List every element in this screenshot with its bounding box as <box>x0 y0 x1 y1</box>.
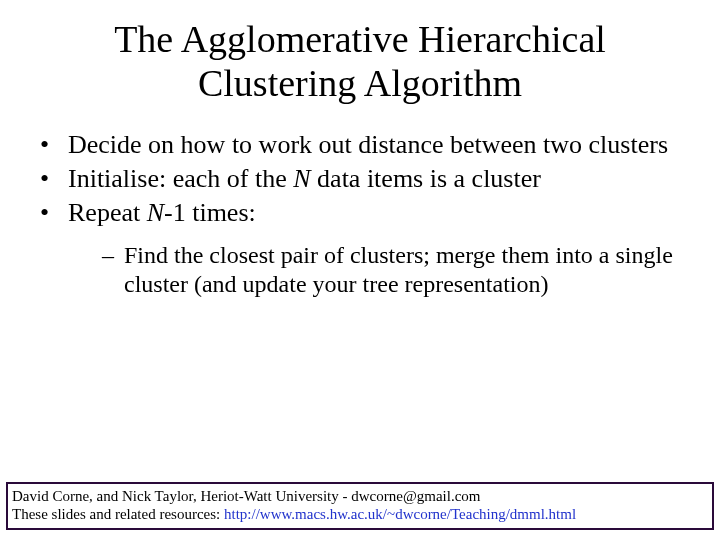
footer-line-2: These slides and related resources: http… <box>12 505 708 524</box>
bullet-item: Initialise: each of the N data items is … <box>40 163 680 195</box>
bullet-list: Decide on how to work out distance betwe… <box>40 129 680 299</box>
bullet-item: Repeat N-1 times: Find the closest pair … <box>40 197 680 299</box>
footer-link[interactable]: http://www.macs.hw.ac.uk/~dwcorne/Teachi… <box>224 506 576 522</box>
bullet-text-pre: Repeat <box>68 198 147 227</box>
bullet-text-italic: N <box>293 164 310 193</box>
bullet-text-post: -1 times: <box>164 198 256 227</box>
slide-body: Decide on how to work out distance betwe… <box>0 105 720 299</box>
sub-bullet-text: Find the closest pair of clusters; merge… <box>124 242 673 297</box>
footer-line-2-pre: These slides and related resources: <box>12 506 224 522</box>
bullet-item: Decide on how to work out distance betwe… <box>40 129 680 161</box>
bullet-text: Decide on how to work out distance betwe… <box>68 130 668 159</box>
sub-bullet-list: Find the closest pair of clusters; merge… <box>68 241 680 300</box>
slide-title: The Agglomerative Hierarchical Clusterin… <box>0 0 720 105</box>
bullet-text-post: data items is a cluster <box>311 164 541 193</box>
slide: The Agglomerative Hierarchical Clusterin… <box>0 0 720 540</box>
footer-box: David Corne, and Nick Taylor, Heriot-Wat… <box>6 482 714 531</box>
sub-bullet-item: Find the closest pair of clusters; merge… <box>102 241 680 300</box>
footer-line-1: David Corne, and Nick Taylor, Heriot-Wat… <box>12 487 708 506</box>
bullet-text-pre: Initialise: each of the <box>68 164 293 193</box>
bullet-text-italic: N <box>147 198 164 227</box>
